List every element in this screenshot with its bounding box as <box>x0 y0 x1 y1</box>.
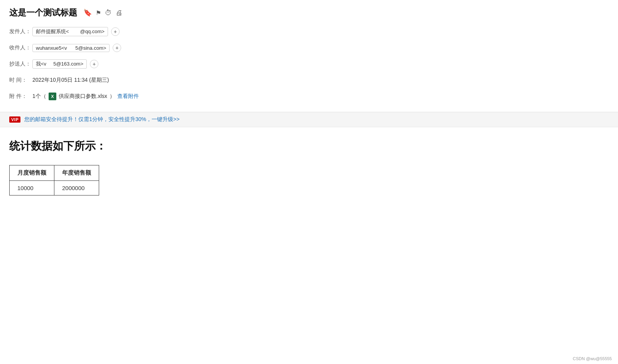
table-row: 10000 2000000 <box>10 181 99 195</box>
attachment-row: 附 件： 1个（ X 供应商接口参数.xlsx ） 查看附件 <box>9 90 609 103</box>
recipient-tag: wuhanxue5<v 5@sina.com> <box>32 44 110 52</box>
excel-icon: X <box>49 93 56 100</box>
time-label: 时 间： <box>9 77 32 84</box>
table-header-row: 月度销售额 年度销售额 <box>10 165 99 181</box>
sender-tag: 邮件提醒系统< @qq.com> <box>32 27 108 36</box>
vip-banner: VIP 您的邮箱安全待提升！仅需1分钟，安全性提升30%，一键升级>> <box>0 112 618 127</box>
table-header-yearly: 年度销售额 <box>54 165 99 181</box>
flag-icon[interactable]: ⚑ <box>96 9 101 17</box>
recipient-add-button[interactable]: + <box>113 44 121 52</box>
sender-value: 邮件提醒系统< @qq.com> + <box>32 27 120 36</box>
email-title: 这是一个测试标题 <box>9 7 77 19</box>
sender-add-button[interactable]: + <box>111 27 120 36</box>
time-value: 2022年10月05日 11:34 (星期三) <box>32 77 109 84</box>
title-icons: 🔖 ⚑ ⏱ 🖨 <box>83 8 123 17</box>
vip-badge: VIP <box>9 116 20 123</box>
email-body: 统计数据如下所示： 月度销售额 年度销售额 10000 2000000 <box>0 127 618 211</box>
bookmark-icon[interactable]: 🔖 <box>83 8 92 17</box>
sender-row: 发件人： 邮件提醒系统< @qq.com> + <box>9 25 609 38</box>
attachment-count: 1个（ <box>32 93 46 100</box>
table-header-monthly: 月度销售额 <box>10 165 54 181</box>
table-cell-monthly: 10000 <box>10 181 54 195</box>
cc-label: 抄送人： <box>9 61 32 67</box>
body-title: 统计数据如下所示： <box>9 139 609 153</box>
recipient-value: wuhanxue5<v 5@sina.com> + <box>32 44 121 52</box>
recipient-row: 收件人： wuhanxue5<v 5@sina.com> + <box>9 42 609 54</box>
attachment-label: 附 件： <box>9 93 32 100</box>
data-table: 月度销售额 年度销售额 10000 2000000 <box>9 165 99 195</box>
cc-add-button[interactable]: + <box>90 60 98 68</box>
cc-tag: 我<v 5@163.com> <box>32 59 87 69</box>
cc-value: 我<v 5@163.com> + <box>32 59 98 69</box>
vip-upgrade-link[interactable]: 您的邮箱安全待提升！仅需1分钟，安全性提升30%，一键升级>> <box>24 116 179 123</box>
sender-label: 发件人： <box>9 28 32 35</box>
recipient-label: 收件人： <box>9 44 32 51</box>
print-icon[interactable]: 🖨 <box>116 9 123 17</box>
email-container: 这是一个测试标题 🔖 ⚑ ⏱ 🖨 发件人： 邮件提醒系统< @qq.com> +… <box>0 0 618 211</box>
cc-row: 抄送人： 我<v 5@163.com> + <box>9 58 609 70</box>
table-cell-yearly: 2000000 <box>54 181 99 195</box>
title-row: 这是一个测试标题 🔖 ⚑ ⏱ 🖨 <box>9 7 609 19</box>
email-header: 这是一个测试标题 🔖 ⚑ ⏱ 🖨 发件人： 邮件提醒系统< @qq.com> +… <box>0 0 618 112</box>
attachment-suffix: ） <box>110 93 115 100</box>
time-row: 时 间： 2022年10月05日 11:34 (星期三) <box>9 74 609 86</box>
clock-icon[interactable]: ⏱ <box>105 9 112 17</box>
attachment-value: 1个（ X 供应商接口参数.xlsx ） 查看附件 <box>32 93 139 100</box>
view-attachment-link[interactable]: 查看附件 <box>117 93 139 100</box>
attachment-name: 供应商接口参数.xlsx <box>59 93 107 100</box>
